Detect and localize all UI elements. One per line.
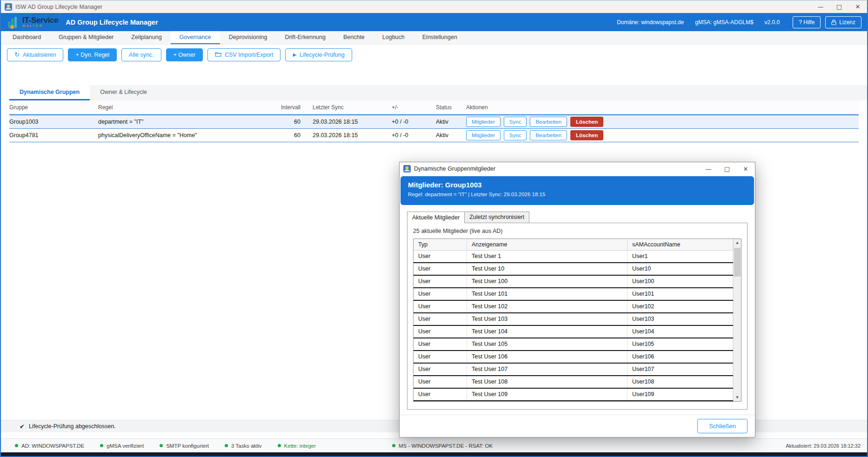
status-dot-icon [100,444,103,447]
minimize-icon[interactable]: — [811,0,830,13]
members-grid: Typ Anzeigename sAMAccountName UserTest … [413,238,741,402]
status-item-ad-windowspapst-de: AD: WINDOWSPAPST.DE [15,443,84,449]
tab-dynamische-gruppen[interactable]: Dynamische Gruppen [9,85,90,100]
cell-anzeigename: Test User 104 [467,326,628,338]
cell-typ: User [414,301,467,312]
aktualisieren-button[interactable]: ↻Aktualisieren [7,48,63,61]
statusbar: AD: WINDOWSPAPST.DEgMSA verifiziertSMTP … [1,438,867,452]
cell-sam: User102 [628,301,733,312]
governance-tabs: Dynamische Gruppen Owner & Lifecycle [9,85,868,100]
maximize-icon[interactable]: □ [830,0,848,13]
bearbeiten-button[interactable]: Bearbeiten [530,117,567,127]
group-row-group4781[interactable]: Group4781physicalDeliveryOfficeName = "H… [9,129,859,142]
cell-delta: +0 / -0 [392,131,436,140]
member-row-user105[interactable]: UserTest User 105User105 [414,338,733,351]
member-row-user107[interactable]: UserTest User 107User107 [414,364,733,376]
cell-sam: User100 [628,276,733,287]
dialog-close-icon[interactable]: ✕ [736,162,755,175]
cell-anzeigename: Test User 107 [467,364,628,375]
status-item-ms-windowspapst-de-rsat-ok: MS - WINDOWSPAPST.DE - RSAT: OK [392,443,493,449]
sync-button[interactable]: Sync [504,117,527,127]
row-actions: MitgliederSyncBearbeitenLöschen [466,129,859,142]
license-button[interactable]: Lizenz [825,16,861,28]
tab-owner-lifecycle[interactable]: Owner & Lifecycle [90,85,157,100]
status-item-3-tasks-aktiv: 3 Tasks aktiv [225,443,262,449]
tab-aktuelle-mitglieder[interactable]: Aktuelle Mitglieder [407,212,465,223]
cell-anzeigename: Test User 106 [467,351,628,363]
nav-tab-logbuch[interactable]: Logbuch [374,31,414,44]
cell-sam: User108 [628,376,733,388]
csv-import-export-button[interactable]: CSV Import/Export [207,48,280,61]
member-row-user1[interactable]: UserTest User 1User1 [414,251,733,263]
scroll-up-icon[interactable]: ▲ [734,239,741,246]
help-button[interactable]: ? Hilfe [793,16,821,28]
cell-gruppe: Group1003 [9,117,98,126]
window-bottom-edge [1,452,867,456]
version-label: v2.0.0 [765,19,780,26]
close-icon[interactable]: ✕ [848,0,867,13]
member-row-user102[interactable]: UserTest User 102User102 [414,301,733,313]
sync-button[interactable]: Sync [504,130,527,140]
member-row-user109[interactable]: UserTest User 109User109 [414,389,733,401]
play-icon: ▶ [293,53,296,57]
alle-sync-button[interactable]: Alle sync. [121,48,161,61]
nav-tab-gruppen-mitglieder[interactable]: Gruppen & Mitglieder [50,31,122,44]
col-samaccountname: sAMAccountName [628,239,733,251]
brand-logo-icon [7,16,20,29]
cell-sam: User105 [628,338,733,350]
cell-typ: User [414,364,467,375]
cell-typ: User [414,351,467,363]
member-row-user106[interactable]: UserTest User 106User106 [414,351,733,364]
l-schen-button[interactable]: Löschen [570,130,603,140]
app-icon [5,3,12,11]
cell-anzeigename: Test User 10 [467,263,628,275]
nav-tab-zeitplanung[interactable]: Zeitplanung [122,31,170,44]
scroll-down-icon[interactable]: ▼ [734,394,741,401]
nav-tab-einstellungen[interactable]: Einstellungen [414,31,466,44]
owner-button[interactable]: + Owner [166,48,203,61]
nav-tab-governance[interactable]: Governance [171,31,220,44]
tab-zuletzt-synchronisiert[interactable]: Zuletzt synchronisiert [464,212,529,223]
nav-tab-deprovisioning[interactable]: Deprovisioning [220,31,276,44]
member-row-user101[interactable]: UserTest User 101User101 [414,288,733,301]
col-delta: +/- [392,100,436,114]
brand-name: IT-Service [22,16,58,24]
cell-anzeigename: Test User 100 [467,276,628,287]
l-schen-button[interactable]: Löschen [570,117,603,127]
mitglieder-button[interactable]: Mitglieder [466,117,501,127]
folder-icon [215,52,221,58]
scrollbar[interactable]: ▲ ▼ [733,239,741,401]
app-window: ISW AD Group Lifecycle Manager — □ ✕ IT-… [0,0,868,457]
cell-regel: department = "IT" [98,117,280,126]
cell-anzeigename: Test User 105 [467,338,628,350]
nav-tab-berichte[interactable]: Berichte [334,31,374,44]
member-row-user10[interactable]: UserTest User 10User10 [414,263,733,276]
member-row-user100[interactable]: UserTest User 100User100 [414,276,733,288]
dialog-minimize-icon[interactable]: — [699,162,718,175]
cell-typ: User [414,376,467,388]
mitglieder-button[interactable]: Mitglieder [466,130,501,140]
cell-anzeigename: Test User 101 [467,288,628,300]
dyn-regel-button[interactable]: + Dyn. Regel [68,48,117,61]
lifecycle-pr-fung-button[interactable]: ▶Lifecycle-Prüfung [285,48,352,61]
groups-table-header: Gruppe Regel Intervall Letzter Sync +/- … [9,100,859,115]
dialog-maximize-icon[interactable]: □ [718,162,736,175]
scrollbar-thumb[interactable] [734,248,741,277]
cell-gruppe: Group4781 [9,131,98,140]
status-dot-icon [15,444,18,447]
col-aktionen: Aktionen [466,100,859,114]
bearbeiten-button[interactable]: Bearbeiten [530,130,567,140]
cell-letzter-sync: 29.03.2026 18:15 [313,117,392,126]
member-row-user108[interactable]: UserTest User 108User108 [414,376,733,389]
cell-sam: User10 [628,263,733,275]
member-row-user103[interactable]: UserTest User 103User103 [414,313,733,326]
cell-typ: User [414,276,467,287]
brand-subname: WALTER [22,25,58,28]
col-gruppe: Gruppe [9,100,98,114]
nav-tab-dashboard[interactable]: Dashboard [4,31,50,44]
member-row-user104[interactable]: UserTest User 104User104 [414,326,733,338]
nav-tab-drift-erkennung[interactable]: Drift-Erkennung [276,31,334,44]
dialog-close-button[interactable]: Schließen [697,419,748,433]
members-count-label: 25 aktuelle Mitglieder (live aus AD) [413,228,741,234]
group-row-group1003[interactable]: Group1003department = "IT"6029.03.2026 1… [9,115,859,129]
